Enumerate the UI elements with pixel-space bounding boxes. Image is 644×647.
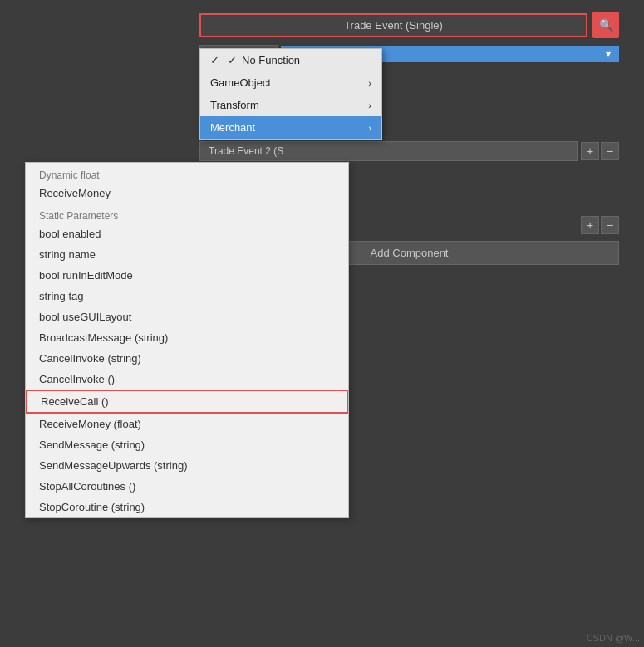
trade-event2-plus-button[interactable]: + (581, 142, 599, 160)
trade-event2-row: Trade Event 2 (S + − (199, 141, 619, 161)
cancel-invoke-item[interactable]: CancelInvoke () (26, 369, 348, 390)
transform-arrow-icon: › (368, 100, 371, 110)
transform-item-label: Transform (210, 99, 259, 111)
search-button[interactable]: 🔍 (592, 12, 619, 38)
second-minus-button[interactable]: − (601, 216, 619, 234)
dropdown-item-gameobject[interactable]: GameObject › (200, 71, 381, 94)
receive-money-item[interactable]: ReceiveMoney (26, 183, 348, 203)
no-function-item-label: No Function (242, 54, 300, 66)
string-tag-item[interactable]: string tag (26, 286, 348, 306)
trade-event2-plus-minus: + − (581, 142, 619, 160)
broadcast-message-item[interactable]: BroadcastMessage (string) (26, 327, 348, 348)
dropdown-item-transform[interactable]: Transform › (200, 94, 381, 116)
trade-event2-section: Trade Event 2 (S + − (199, 141, 619, 164)
dropdown-item-no-function[interactable]: ✓ No Function (200, 49, 381, 71)
trade-event2-minus-button[interactable]: − (601, 142, 619, 160)
bool-use-gui-layout-item[interactable]: bool useGUILayout (26, 306, 348, 327)
no-function-check: ✓ (228, 54, 237, 66)
trade-event2-title: Trade Event 2 (S (199, 141, 578, 161)
merchant-arrow-icon: › (368, 123, 371, 133)
function-dropdown-menu: ✓ No Function GameObject › Transform › M… (199, 48, 382, 140)
bool-run-in-edit-mode-item[interactable]: bool runInEditMode (26, 265, 348, 286)
send-message-string-item[interactable]: SendMessage (string) (26, 434, 348, 455)
send-message-upwards-item[interactable]: SendMessageUpwards (string) (26, 455, 348, 476)
gameobject-arrow-icon: › (368, 78, 371, 88)
gameobject-item-label: GameObject (210, 76, 271, 89)
dropdown-item-merchant[interactable]: Merchant › (200, 116, 381, 139)
static-params-header: Static Parameters (26, 203, 348, 223)
cancel-invoke-string-item[interactable]: CancelInvoke (string) (26, 348, 348, 369)
string-name-item[interactable]: string name (26, 244, 348, 265)
receive-money-float-item[interactable]: ReceiveMoney (float) (26, 414, 348, 434)
trade-event-box: Trade Event (Single) 🔍 (199, 12, 619, 38)
dynamic-float-header: Dynamic float (26, 163, 348, 183)
watermark-text: CSDN @W... (587, 633, 640, 643)
second-plus-button[interactable]: + (581, 216, 599, 234)
bool-enabled-item[interactable]: bool enabled (26, 223, 348, 244)
trade-event-title: Trade Event (Single) (199, 13, 587, 37)
left-function-list: Dynamic float ReceiveMoney Static Parame… (25, 162, 349, 518)
stop-coroutine-item[interactable]: StopCoroutine (string) (26, 497, 348, 517)
receive-call-item[interactable]: ReceiveCall () (26, 390, 348, 414)
merchant-item-label: Merchant (210, 121, 255, 134)
stop-all-coroutines-item[interactable]: StopAllCoroutines () (26, 476, 348, 497)
second-plus-minus-row: + − (581, 216, 619, 234)
chevron-down-icon: ▾ (606, 48, 611, 60)
